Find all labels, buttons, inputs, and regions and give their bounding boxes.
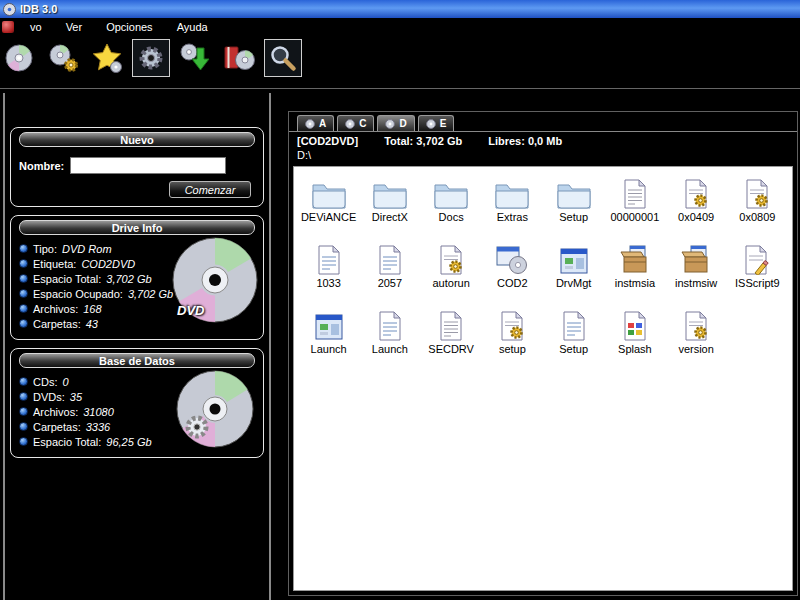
document-icon — [377, 307, 403, 341]
file-item[interactable]: 0x0809 — [727, 175, 788, 233]
file-label: instmsia — [615, 277, 655, 289]
disc-gear-icon — [46, 42, 80, 74]
row-label: Archivos: — [33, 303, 78, 315]
file-item[interactable]: instmsiw — [666, 241, 727, 299]
row-value: 3,702 Gb — [128, 288, 173, 300]
nombre-input[interactable] — [70, 157, 226, 174]
volume-label: [COD2DVD] — [297, 135, 358, 147]
file-label: DEViANCE — [301, 211, 356, 223]
text-file-icon — [438, 307, 464, 341]
nuevo-panel: Nuevo Nombre: Comenzar — [10, 127, 264, 207]
tab-drive-c[interactable]: C — [337, 115, 374, 131]
file-label: 2057 — [378, 277, 402, 289]
nuevo-header: Nuevo — [19, 132, 255, 147]
menu-item-opciones[interactable]: Opciones — [96, 19, 162, 35]
export-button[interactable] — [176, 39, 214, 77]
tab-drive-e[interactable]: E — [418, 115, 455, 131]
window-title: lDB 3.0 — [20, 3, 57, 15]
config-file-icon — [744, 175, 770, 209]
left-panel: Nuevo Nombre: Comenzar Drive Info Tipo:D… — [3, 93, 271, 600]
row-value: 96,25 Gb — [106, 436, 151, 448]
menu-item-archivo[interactable]: vo — [20, 19, 52, 35]
database-row: Espacio Total:96,25 Gb — [17, 434, 177, 449]
file-item[interactable]: Launch — [359, 307, 420, 365]
app-icon — [3, 3, 16, 16]
file-item[interactable]: instmsia — [604, 241, 665, 299]
folder-icon — [373, 175, 407, 209]
disc-button[interactable] — [0, 39, 38, 77]
file-label: Setup — [559, 211, 588, 223]
title-bar[interactable]: lDB 3.0 — [0, 0, 800, 18]
folder-icon — [495, 175, 529, 209]
file-label: Launch — [311, 343, 347, 355]
row-value: DVD Rom — [62, 243, 112, 255]
file-item[interactable]: setup — [482, 307, 543, 365]
file-item[interactable]: Setup — [543, 307, 604, 365]
file-item[interactable]: 2057 — [359, 241, 420, 299]
file-item[interactable]: ISScript9 — [727, 241, 788, 299]
drive-info-row: Tipo:DVD Rom — [17, 241, 177, 256]
dvd-label: DVD — [177, 303, 204, 318]
file-item[interactable]: Extras — [482, 175, 543, 233]
installer-icon — [680, 241, 712, 275]
database-row: DVDs:35 — [17, 389, 177, 404]
row-value: COD2DVD — [81, 258, 135, 270]
search-button[interactable] — [264, 39, 302, 77]
row-value: 35 — [70, 391, 82, 403]
file-item[interactable]: Setup — [543, 175, 604, 233]
disc-settings-button[interactable] — [44, 39, 82, 77]
file-item[interactable]: 00000001 — [604, 175, 665, 233]
file-grid: DEViANCEDirectXDocsExtrasSetup000000010x… — [294, 167, 792, 373]
favorites-button[interactable] — [88, 39, 126, 77]
file-item[interactable]: Launch — [298, 307, 359, 365]
disc-icon — [305, 119, 315, 129]
file-item[interactable]: DEViANCE — [298, 175, 359, 233]
file-item[interactable]: SECDRV — [421, 307, 482, 365]
file-item[interactable]: Splash — [604, 307, 665, 365]
drive-info-row: Archivos:168 — [17, 301, 177, 316]
menu-item-ver[interactable]: Ver — [56, 19, 93, 35]
document-icon — [561, 307, 587, 341]
row-label: Carpetas: — [33, 318, 81, 330]
config-file-icon — [683, 175, 709, 209]
database-panel: Base de Datos CDs:0 DVDs:35 Archivos:310… — [10, 348, 264, 458]
file-area[interactable]: DEViANCEDirectXDocsExtrasSetup000000010x… — [293, 166, 793, 591]
row-label: DVDs: — [33, 391, 65, 403]
drive-info-panel: Drive Info Tipo:DVD Rom Etiqueta:COD2DVD… — [10, 215, 264, 340]
dvd-disc-icon: DVD — [169, 236, 261, 328]
path-bar: D:\ — [289, 149, 797, 164]
row-value: 0 — [62, 376, 68, 388]
menu-item-ayuda[interactable]: Ayuda — [167, 19, 218, 35]
installer-icon — [619, 241, 651, 275]
file-label: version — [678, 343, 713, 355]
file-item[interactable]: version — [666, 307, 727, 365]
tab-label: A — [319, 118, 326, 129]
comenzar-button[interactable]: Comenzar — [169, 181, 251, 198]
drive-info-rows: Tipo:DVD Rom Etiqueta:COD2DVD Espacio To… — [17, 241, 177, 331]
drive-tabs: A C D E — [289, 112, 797, 132]
search-icon — [267, 42, 299, 74]
file-label: autorun — [432, 277, 469, 289]
file-item[interactable]: DirectX — [359, 175, 420, 233]
file-item[interactable]: autorun — [421, 241, 482, 299]
file-item[interactable]: 1033 — [298, 241, 359, 299]
file-label: COD2 — [497, 277, 528, 289]
file-label: 0x0409 — [678, 211, 714, 223]
file-label: Setup — [559, 343, 588, 355]
tab-drive-d[interactable]: D — [377, 115, 414, 131]
row-label: Carpetas: — [33, 421, 81, 433]
bullet-icon — [19, 377, 28, 386]
catalog-button[interactable] — [220, 39, 258, 77]
tab-drive-a[interactable]: A — [297, 115, 334, 131]
menu-bar: vo Ver Opciones Ayuda — [0, 18, 800, 36]
folder-icon — [312, 175, 346, 209]
file-label: Extras — [497, 211, 528, 223]
file-item[interactable]: DrvMgt — [543, 241, 604, 299]
disc-icon — [385, 119, 395, 129]
file-item[interactable]: COD2 — [482, 241, 543, 299]
settings-button[interactable] — [132, 39, 170, 77]
database-row: Carpetas:3336 — [17, 419, 177, 434]
file-item[interactable]: Docs — [421, 175, 482, 233]
file-item[interactable]: 0x0409 — [666, 175, 727, 233]
database-header: Base de Datos — [19, 353, 255, 368]
